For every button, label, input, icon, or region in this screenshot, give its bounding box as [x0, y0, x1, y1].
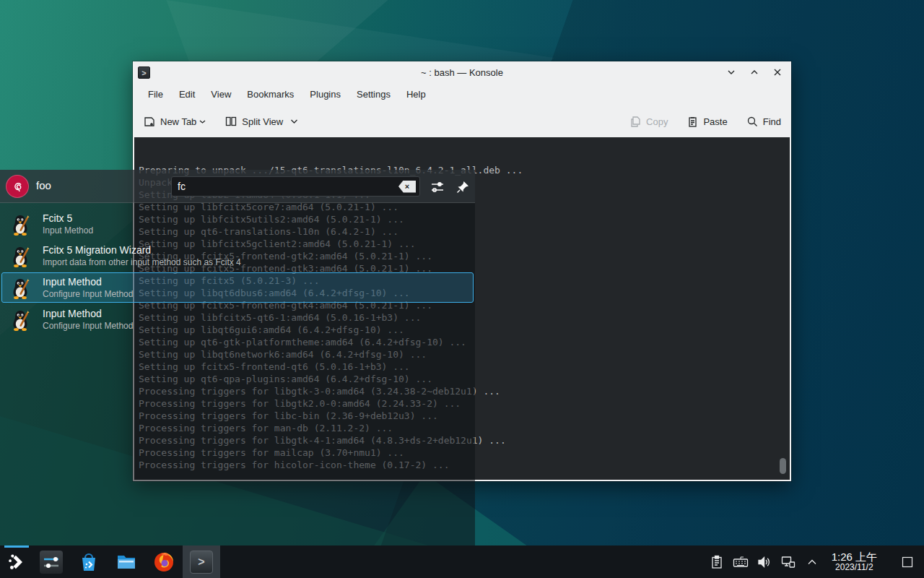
konsole-task-button[interactable]: >: [183, 545, 220, 578]
fcitx-penguin-icon: [9, 213, 32, 236]
new-tab-icon: [143, 115, 156, 128]
paste-button[interactable]: Paste: [687, 116, 727, 128]
tray-expander-icon[interactable]: [803, 553, 821, 571]
menubar: File Edit View Bookmarks Plugins Setting…: [133, 83, 791, 105]
menu-bookmarks[interactable]: Bookmarks: [239, 86, 302, 103]
result-subtitle: Configure Input Method: [43, 321, 133, 331]
clipboard-tray-icon[interactable]: [708, 553, 725, 571]
terminal-scrollbar[interactable]: [780, 458, 786, 474]
fcitx-penguin-icon: [9, 245, 32, 268]
system-settings-task-button[interactable]: [32, 545, 70, 578]
titlebar[interactable]: > ~ : bash — Konsole: [133, 61, 791, 83]
split-view-button[interactable]: Split View: [225, 115, 298, 128]
result-fcitx5[interactable]: Fcitx 5 Input Method: [1, 209, 474, 239]
close-icon: [772, 67, 783, 77]
result-subtitle: Configure Input Method: [43, 289, 133, 299]
find-icon: [746, 116, 759, 128]
keyboard-tray-icon[interactable]: [732, 553, 749, 571]
result-input-method[interactable]: Input Method Configure Input Method: [1, 304, 474, 335]
debian-logo-icon: [9, 178, 25, 194]
new-tab-button[interactable]: New Tab: [143, 115, 206, 128]
menu-help[interactable]: Help: [398, 86, 434, 103]
minimize-button[interactable]: [725, 66, 738, 79]
clock-time: 1:26 上午: [832, 551, 877, 564]
discover-task-button[interactable]: [70, 545, 108, 578]
search-box: ×: [171, 176, 420, 197]
split-view-icon: [225, 115, 237, 128]
user-avatar[interactable]: [6, 175, 29, 198]
search-input[interactable]: [172, 181, 398, 192]
user-label: foo: [36, 179, 51, 191]
chevron-up-icon: [749, 67, 759, 77]
fcitx-penguin-icon: [9, 309, 32, 332]
result-title: Input Method: [43, 276, 102, 288]
system-tray: 1:26 上午 2023/11/2: [708, 548, 924, 577]
chevron-down-icon: [726, 67, 736, 77]
result-title: Fcitx 5: [43, 212, 72, 224]
file-manager-task-button[interactable]: [108, 545, 145, 578]
search-header: foo ×: [0, 170, 475, 203]
clock[interactable]: 1:26 上午 2023/11/2: [832, 551, 877, 573]
paste-icon: [687, 116, 699, 128]
konsole-app-icon: >: [138, 66, 150, 79]
search-filter-icon[interactable]: [430, 179, 445, 195]
new-tab-dropdown[interactable]: [199, 116, 206, 126]
volume-tray-icon[interactable]: [756, 553, 773, 571]
search-results: Fcitx 5 Input Method Fcitx 5 Migration W…: [1, 209, 474, 336]
split-view-dropdown[interactable]: [290, 116, 298, 126]
find-button[interactable]: Find: [746, 116, 781, 128]
konsole-icon: >: [190, 551, 213, 574]
menu-file[interactable]: File: [140, 86, 171, 103]
result-title: Input Method: [43, 308, 102, 319]
window-title: ~ : bash — Konsole: [133, 67, 791, 78]
copy-button[interactable]: Copy: [629, 116, 668, 128]
result-fcitx5-migration-wizard[interactable]: Fcitx 5 Migration Wizard Import data fro…: [1, 241, 474, 271]
network-tray-icon[interactable]: [780, 553, 797, 571]
menu-plugins[interactable]: Plugins: [302, 86, 349, 103]
show-desktop-button[interactable]: [898, 548, 917, 577]
fcitx-penguin-icon: [9, 277, 32, 300]
menu-settings[interactable]: Settings: [349, 86, 398, 103]
system-settings-icon: [40, 551, 63, 574]
menu-edit[interactable]: Edit: [171, 86, 203, 103]
firefox-task-button[interactable]: [145, 545, 183, 578]
result-input-method-selected[interactable]: Input Method Configure Input Method: [1, 272, 474, 303]
discover-icon: [77, 551, 100, 574]
clock-date: 2023/11/2: [832, 563, 877, 572]
clear-search-icon[interactable]: ×: [398, 181, 416, 193]
copy-icon: [629, 116, 642, 128]
result-subtitle: Input Method: [43, 225, 93, 236]
show-desktop-icon: [901, 556, 914, 569]
maximize-button[interactable]: [748, 66, 761, 79]
menu-view[interactable]: View: [203, 86, 239, 103]
application-launcher-button[interactable]: [0, 545, 32, 578]
search-overlay: foo ×: [0, 170, 475, 545]
result-title: Fcitx 5 Migration Wizard: [43, 244, 151, 256]
application-launcher-icon: [6, 551, 27, 573]
taskbar: >: [0, 545, 924, 578]
firefox-icon: [152, 551, 175, 574]
folder-icon: [115, 551, 138, 574]
toolbar: New Tab Split View Copy: [133, 105, 791, 137]
result-subtitle: Import data from other input method such…: [43, 257, 241, 267]
close-button[interactable]: [771, 66, 784, 79]
pin-icon[interactable]: [455, 179, 471, 195]
